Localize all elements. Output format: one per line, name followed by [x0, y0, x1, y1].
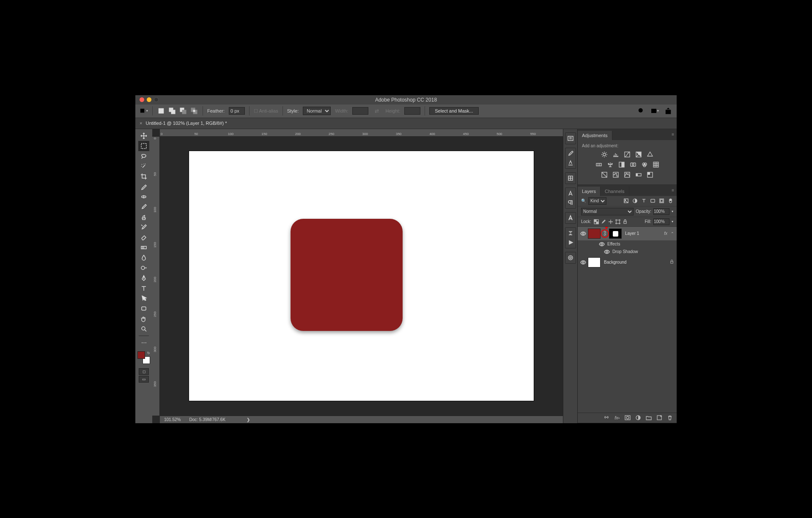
- drop-shadow-visibility-icon[interactable]: [604, 249, 610, 255]
- lock-artboard-icon[interactable]: [615, 219, 621, 225]
- lock-pixels-icon[interactable]: [601, 219, 606, 225]
- path-selection-tool[interactable]: [138, 293, 149, 303]
- search-icon[interactable]: [637, 107, 645, 115]
- bw-icon[interactable]: [618, 161, 625, 168]
- posterize-icon[interactable]: [612, 171, 620, 179]
- edit-toolbar-button[interactable]: ⋯: [138, 338, 149, 348]
- color-lookup-icon[interactable]: [652, 161, 660, 168]
- layer-thumbnail[interactable]: [588, 257, 601, 267]
- close-window-button[interactable]: [140, 97, 144, 102]
- background-layer-row[interactable]: Background: [578, 256, 677, 269]
- filter-toggle[interactable]: [667, 198, 673, 204]
- zoom-tool[interactable]: [138, 324, 149, 334]
- hue-icon[interactable]: [595, 161, 603, 168]
- glyphs-panel-icon[interactable]: [565, 213, 576, 223]
- tool-preset-dropdown[interactable]: ▾: [140, 107, 148, 115]
- rectangle-tool[interactable]: [138, 303, 149, 314]
- healing-brush-tool[interactable]: [138, 192, 149, 202]
- fill-input[interactable]: [653, 218, 669, 225]
- canvas-viewport[interactable]: [160, 137, 563, 416]
- link-layers-icon[interactable]: [603, 414, 610, 421]
- dodge-tool[interactable]: [138, 263, 149, 273]
- eyedropper-tool[interactable]: [138, 182, 149, 192]
- fx-badge[interactable]: fx: [664, 231, 667, 236]
- layer-mask-thumbnail[interactable]: [609, 229, 622, 239]
- crop-tool[interactable]: [138, 171, 149, 182]
- horizontal-ruler[interactable]: 050100150200250300350400450500550: [160, 129, 563, 137]
- opacity-input[interactable]: [653, 208, 669, 215]
- layer-mask-icon[interactable]: [624, 414, 631, 421]
- screen-mode-button[interactable]: ▭: [139, 376, 149, 383]
- lock-transparency-icon[interactable]: [593, 219, 599, 225]
- new-layer-icon[interactable]: [656, 414, 663, 421]
- workspace-dropdown[interactable]: ▾: [650, 107, 659, 115]
- lock-position-icon[interactable]: [608, 219, 614, 225]
- document-tab[interactable]: Untitled-1 @ 102% (Layer 1, RGB/8#) *: [145, 121, 227, 126]
- gradient-tool[interactable]: [138, 242, 149, 253]
- levels-icon[interactable]: [612, 151, 620, 158]
- canvas[interactable]: [189, 151, 534, 401]
- adjustments-panel-menu-icon[interactable]: ≡: [672, 132, 674, 137]
- channel-mixer-icon[interactable]: [641, 161, 648, 168]
- layer-name[interactable]: Layer 1: [625, 231, 639, 236]
- kind-search-icon[interactable]: 🔍: [581, 198, 586, 203]
- curves-icon[interactable]: [623, 151, 631, 158]
- layer-mask-link-icon[interactable]: [602, 230, 607, 237]
- magic-wand-tool[interactable]: [138, 161, 149, 171]
- maximize-window-button[interactable]: [154, 97, 159, 102]
- new-group-icon[interactable]: [645, 414, 652, 421]
- type-tool[interactable]: [138, 283, 149, 293]
- paragraph-panel-icon[interactable]: [565, 198, 576, 207]
- lock-all-icon[interactable]: [622, 219, 628, 225]
- gradient-map-icon[interactable]: [635, 171, 642, 179]
- pen-tool[interactable]: [138, 273, 149, 283]
- photo-filter-icon[interactable]: [629, 161, 637, 168]
- color-balance-icon[interactable]: [606, 161, 614, 168]
- blur-tool[interactable]: [138, 253, 149, 263]
- close-tab-icon[interactable]: ×: [140, 121, 142, 126]
- adjustments-tab[interactable]: Adjustments: [578, 131, 612, 140]
- move-tool[interactable]: [138, 131, 149, 141]
- brightness-icon[interactable]: [601, 151, 608, 158]
- filter-shape-icon[interactable]: [650, 198, 656, 204]
- clone-source-panel-icon[interactable]: [565, 174, 576, 183]
- standard-mode-button[interactable]: ◻: [139, 368, 149, 375]
- visibility-toggle-icon[interactable]: [580, 259, 586, 265]
- blend-mode-select[interactable]: Normal: [581, 208, 634, 215]
- eraser-tool[interactable]: [138, 232, 149, 242]
- modifier-keys-icon[interactable]: [565, 229, 576, 238]
- invert-icon[interactable]: [601, 171, 608, 179]
- feather-input[interactable]: [229, 107, 245, 115]
- foreground-color-swatch[interactable]: [137, 351, 145, 359]
- share-icon[interactable]: [664, 107, 672, 115]
- filter-adjustment-icon[interactable]: [632, 198, 638, 204]
- adjustment-layer-icon[interactable]: [635, 414, 642, 421]
- hand-tool[interactable]: [138, 314, 149, 324]
- intersect-selection-button[interactable]: [190, 107, 198, 115]
- swap-colors-icon[interactable]: ↻: [147, 351, 150, 355]
- filter-smart-icon[interactable]: [658, 198, 664, 204]
- filter-pixel-icon[interactable]: [623, 198, 629, 204]
- lasso-tool[interactable]: [138, 151, 149, 161]
- filter-kind-select[interactable]: Kind: [588, 197, 606, 205]
- vertical-ruler[interactable]: 050100150200250300350: [152, 137, 160, 416]
- drop-shadow-row[interactable]: Drop Shadow: [578, 248, 677, 256]
- effects-visibility-icon[interactable]: [599, 241, 605, 247]
- history-panel-icon[interactable]: [565, 134, 576, 143]
- doc-size[interactable]: Doc: 5.39M/767.6K: [189, 417, 225, 422]
- brushes-panel-icon[interactable]: [565, 149, 576, 158]
- channels-tab[interactable]: Channels: [601, 187, 629, 196]
- vibrance-icon[interactable]: [646, 151, 654, 158]
- threshold-icon[interactable]: [623, 171, 631, 179]
- layers-panel-menu-icon[interactable]: ≡: [672, 188, 674, 193]
- libraries-panel-icon[interactable]: [565, 253, 576, 262]
- new-selection-button[interactable]: [157, 107, 165, 115]
- layer-1-row[interactable]: Layer 1 fx ⌃: [578, 227, 677, 240]
- fill-dropdown-icon[interactable]: ▾: [672, 220, 673, 223]
- brush-settings-panel-icon[interactable]: [565, 158, 576, 168]
- minimize-window-button[interactable]: [147, 97, 151, 102]
- add-selection-button[interactable]: [168, 107, 176, 115]
- history-brush-tool[interactable]: [138, 222, 149, 232]
- layers-tab[interactable]: Layers: [578, 187, 601, 196]
- actions-panel-icon[interactable]: [565, 238, 576, 247]
